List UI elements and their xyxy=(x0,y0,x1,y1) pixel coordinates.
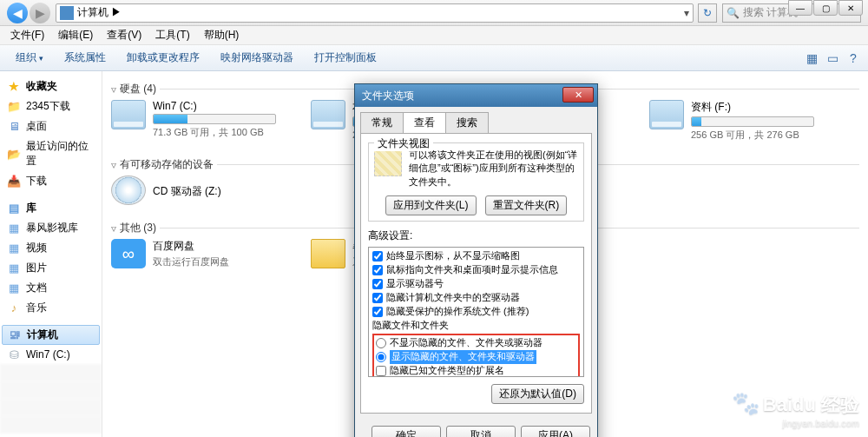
computer-icon: 🖳 xyxy=(8,328,22,342)
advanced-settings-tree[interactable]: 始终显示图标，从不显示缩略图鼠标指向文件夹和桌面项时显示提示信息显示驱动器号隐藏… xyxy=(368,247,584,377)
toolbar-system-properties[interactable]: 系统属性 xyxy=(56,47,115,69)
option-label: 隐藏文件和文件夹 xyxy=(372,319,449,333)
pictures-icon: ▦ xyxy=(7,262,21,275)
sidebar-item-documents[interactable]: ▦文档 xyxy=(0,278,102,298)
checkbox[interactable] xyxy=(376,366,386,376)
view-mode-icon[interactable]: ▦ xyxy=(804,50,819,66)
drive-icon xyxy=(311,100,345,129)
refresh-button[interactable]: ↻ xyxy=(698,3,717,23)
sidebar-item-desktop[interactable]: 🖥桌面 xyxy=(0,116,102,136)
address-text: 计算机 ▶ xyxy=(77,5,684,20)
advanced-option[interactable]: 隐藏受保护的操作系统文件 (推荐) xyxy=(372,305,580,319)
sidebar-computer-header[interactable]: 🖳计算机 xyxy=(2,325,100,345)
apply-to-folders-button[interactable]: 应用到文件夹(L) xyxy=(385,195,477,215)
dialog-close-button[interactable]: ✕ xyxy=(562,87,594,103)
collapse-icon[interactable]: ▿ xyxy=(111,83,116,96)
folder-options-dialog: 文件夹选项 ✕ 常规 查看 搜索 文件夹视图 可以将该文件夹正在使用的视图(例如… xyxy=(354,83,598,437)
drive-icon xyxy=(649,100,684,129)
drive-item-f[interactable]: 资料 (F:) 256 GB 可用，共 276 GB xyxy=(649,100,814,142)
nav-back-button[interactable]: ◀ xyxy=(7,3,28,23)
advanced-option[interactable]: 隐藏已知文件类型的扩展名 xyxy=(376,364,576,378)
sidebar-item-baofeng[interactable]: ▦暴风影视库 xyxy=(0,218,102,238)
cloud-icon: ∞ xyxy=(111,239,146,268)
music-icon: ♪ xyxy=(7,301,21,315)
menu-file[interactable]: 文件(F) xyxy=(3,26,51,44)
option-label: 显示隐藏的文件、文件夹和驱动器 xyxy=(390,350,536,364)
sidebar-favorites-header[interactable]: ★收藏夹 xyxy=(0,76,102,96)
sidebar-item-pictures[interactable]: ▦图片 xyxy=(0,258,102,278)
star-icon: ★ xyxy=(7,80,21,94)
sidebar-item-downloads[interactable]: 📥下载 xyxy=(0,171,102,191)
category-removable: 有可移动存储的设备 xyxy=(120,157,214,172)
menu-view[interactable]: 查看(V) xyxy=(100,26,148,44)
collapse-icon[interactable]: ▿ xyxy=(111,159,116,171)
folder-icon xyxy=(311,239,345,268)
toolbar-map-network-drive[interactable]: 映射网络驱动器 xyxy=(212,47,302,69)
toolbar-control-panel[interactable]: 打开控制面板 xyxy=(306,47,385,69)
window-minimize-button[interactable]: — xyxy=(788,0,812,16)
toolbar-uninstall-programs[interactable]: 卸载或更改程序 xyxy=(118,47,208,69)
checkbox[interactable] xyxy=(372,265,383,275)
advanced-option[interactable]: 隐藏计算机文件夹中的空驱动器 xyxy=(372,291,580,305)
advanced-option[interactable]: 鼠标指向文件夹和桌面项时显示提示信息 xyxy=(372,263,580,277)
recent-icon: 📂 xyxy=(7,147,21,161)
address-bar[interactable]: 计算机 ▶ ▾ xyxy=(56,3,694,23)
nav-forward-button[interactable]: ▶ xyxy=(30,3,50,23)
advanced-option[interactable]: 始终显示图标，从不显示缩略图 xyxy=(372,249,580,263)
restore-defaults-button[interactable]: 还原为默认值(D) xyxy=(491,384,584,404)
address-dropdown-icon[interactable]: ▾ xyxy=(684,7,689,19)
checkbox[interactable] xyxy=(372,307,383,317)
toolbar: 组织 系统属性 卸载或更改程序 映射网络驱动器 打开控制面板 ▦ ▭ ? xyxy=(0,45,868,71)
sidebar-item-videos[interactable]: ▦视频 xyxy=(0,238,102,258)
radio[interactable] xyxy=(376,338,386,348)
menu-edit[interactable]: 编辑(E) xyxy=(51,26,100,44)
apply-button[interactable]: 应用(A) xyxy=(521,426,590,437)
advanced-option[interactable]: 显示隐藏的文件、文件夹和驱动器 xyxy=(376,350,576,364)
folder-icon: 📁 xyxy=(7,100,21,114)
sidebar-item-drive-c[interactable]: ⛁Win7 (C:) xyxy=(0,345,102,364)
checkbox[interactable] xyxy=(372,279,383,289)
sidebar-item-music[interactable]: ♪音乐 xyxy=(0,298,102,318)
sidebar-item-obscured-1[interactable] xyxy=(0,364,102,381)
option-label: 鼠标指向文件夹和桌面项时显示提示信息 xyxy=(386,263,558,277)
advanced-option[interactable]: 显示驱动器号 xyxy=(372,277,580,291)
cancel-button[interactable]: 取消 xyxy=(446,426,516,437)
tab-view[interactable]: 查看 xyxy=(403,112,446,133)
help-icon[interactable]: ? xyxy=(845,50,861,66)
checkbox[interactable] xyxy=(372,293,383,303)
window-titlebar: ◀ ▶ 计算机 ▶ ▾ ↻ 🔍 搜索 计算机 — ▢ ✕ xyxy=(0,0,868,26)
reset-folders-button[interactable]: 重置文件夹(R) xyxy=(485,195,568,215)
collapse-icon[interactable]: ▿ xyxy=(111,222,116,235)
sidebar-item-2345download[interactable]: 📁2345下载 xyxy=(0,96,102,116)
toolbar-organize[interactable]: 组织 xyxy=(7,47,52,69)
window-maximize-button[interactable]: ▢ xyxy=(813,0,838,16)
sidebar-item-obscured-3[interactable] xyxy=(0,399,102,416)
menu-tools[interactable]: 工具(T) xyxy=(148,26,196,44)
menu-help[interactable]: 帮助(H) xyxy=(197,26,247,44)
advanced-settings-label: 高级设置: xyxy=(368,228,584,243)
disc-icon xyxy=(111,175,146,205)
other-item-baidupan[interactable]: ∞ 百度网盘 双击运行百度网盘 xyxy=(111,239,276,268)
ok-button[interactable]: 确定 xyxy=(372,426,441,437)
option-label: 不显示隐藏的文件、文件夹或驱动器 xyxy=(390,336,542,350)
preview-pane-icon[interactable]: ▭ xyxy=(825,50,840,66)
checkbox[interactable] xyxy=(372,251,383,262)
sidebar-libraries-header[interactable]: ▤库 xyxy=(0,198,102,218)
tab-search[interactable]: 搜索 xyxy=(445,112,489,133)
dialog-titlebar[interactable]: 文件夹选项 ✕ xyxy=(355,84,597,107)
category-other: 其他 (3) xyxy=(120,221,156,235)
sidebar-item-obscured-2[interactable] xyxy=(0,381,102,399)
sidebar: ★收藏夹 📁2345下载 🖥桌面 📂最近访问的位置 📥下载 ▤库 ▦暴风影视库 … xyxy=(0,71,102,437)
radio[interactable] xyxy=(376,352,386,362)
tab-general[interactable]: 常规 xyxy=(360,112,404,133)
option-label: 显示驱动器号 xyxy=(386,277,444,291)
drive-item-c[interactable]: Win7 (C:) 71.3 GB 可用，共 100 GB xyxy=(111,100,276,142)
sidebar-item-obscured-4[interactable] xyxy=(0,416,102,434)
advanced-option[interactable]: 隐藏文件和文件夹 xyxy=(372,319,580,333)
sidebar-item-recent[interactable]: 📂最近访问的位置 xyxy=(0,136,102,171)
advanced-option[interactable]: 不显示隐藏的文件、文件夹或驱动器 xyxy=(376,336,576,350)
window-close-button[interactable]: ✕ xyxy=(838,0,863,16)
optical-drive-item[interactable]: CD 驱动器 (Z:) xyxy=(111,175,276,205)
option-label: 隐藏受保护的操作系统文件 (推荐) xyxy=(386,305,529,319)
desktop-icon: 🖥 xyxy=(7,120,21,134)
